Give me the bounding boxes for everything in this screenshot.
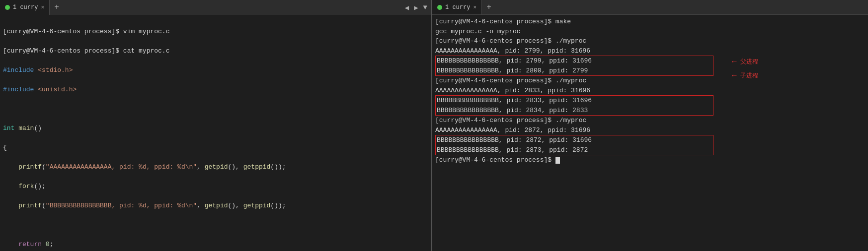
- left-terminal: [curry@VM-4-6-centos process]$ vim mypro…: [0, 15, 431, 251]
- left-line-6: int main(): [3, 124, 428, 133]
- right-line-12: AAAAAAAAAAAAAAAA, pid: 2872, ppid: 31696: [435, 126, 865, 135]
- right-tab-dot: [437, 5, 442, 10]
- left-line-9: fork();: [3, 182, 428, 191]
- left-tab-bar: 1 curry × + ◀ ▶ ▼: [0, 0, 431, 15]
- right-terminal: [curry@VM-4-6-centos process]$ make gcc …: [432, 15, 868, 251]
- right-line-11: [curry@VM-4-6-centos process]$ ./myproc: [435, 116, 865, 126]
- left-line-4: #include <unistd.h>: [3, 85, 428, 95]
- left-line-2: [curry@VM-4-6-centos process]$ cat mypro…: [3, 46, 428, 56]
- left-tab-nav-dropdown[interactable]: ▼: [421, 2, 429, 12]
- left-line-8: printf("AAAAAAAAAAAAAAAA, pid: %d, ppid:…: [3, 162, 428, 172]
- right-line-14: BBBBBBBBBBBBBBBB, pid: 2873, ppid: 2872: [437, 145, 712, 155]
- left-tab-label: 1 curry: [13, 4, 38, 11]
- right-tab-close[interactable]: ×: [473, 4, 476, 10]
- right-line-15: [curry@VM-4-6-centos process]$: [435, 155, 865, 165]
- left-line-7: {: [3, 143, 428, 153]
- left-tab-nav-prev[interactable]: ◀: [403, 2, 411, 13]
- right-line-8: AAAAAAAAAAAAAAAA, pid: 2833, ppid: 31696: [435, 86, 865, 96]
- left-line-12: return 0;: [3, 240, 428, 250]
- right-line-3: [curry@VM-4-6-centos process]$ ./myproc: [435, 36, 865, 46]
- right-line-9: BBBBBBBBBBBBBBBB, pid: 2833, ppid: 31696: [437, 96, 712, 106]
- right-tab-label: 1 curry: [445, 4, 470, 11]
- parent-annotation: ← 父进程: [730, 56, 758, 67]
- right-cursor: [555, 157, 560, 164]
- right-line-13: BBBBBBBBBBBBBBBB, pid: 2872, ppid: 31696: [437, 135, 712, 145]
- right-line-10: BBBBBBBBBBBBBBBB, pid: 2834, ppid: 2833: [437, 106, 712, 116]
- right-tab-curry[interactable]: 1 curry ×: [432, 0, 482, 14]
- annotation-block-1: ← 父进程 ← 子进程: [730, 56, 758, 81]
- right-line-5: BBBBBBBBBBBBBBBB, pid: 2799, ppid: 31696: [437, 56, 712, 66]
- left-tab-add[interactable]: +: [50, 0, 64, 15]
- right-line-1: [curry@VM-4-6-centos process]$ make: [435, 17, 865, 27]
- left-line-11: [3, 220, 428, 230]
- first-run-boxed: BBBBBBBBBBBBBBBB, pid: 2799, ppid: 31696…: [435, 56, 713, 76]
- left-tab-nav-next[interactable]: ▶: [412, 2, 420, 13]
- left-line-1: [curry@VM-4-6-centos process]$ vim mypro…: [3, 27, 428, 37]
- left-tab-dot: [5, 5, 10, 10]
- parent-arrow: ←: [730, 56, 738, 67]
- left-line-5: [3, 104, 428, 114]
- right-tab-bar: 1 curry × +: [432, 0, 868, 15]
- left-line-3: #include <stdio.h>: [3, 65, 428, 75]
- right-line-4: AAAAAAAAAAAAAAAA, pid: 2799, ppid: 31696: [435, 46, 865, 56]
- right-line-7: [curry@VM-4-6-centos process]$ ./myproc: [435, 76, 865, 86]
- first-run-box: BBBBBBBBBBBBBBBB, pid: 2799, ppid: 31696…: [435, 56, 713, 76]
- child-arrow: ←: [730, 69, 738, 81]
- right-tab-add[interactable]: +: [482, 0, 496, 14]
- right-line-2: gcc myproc.c -o myproc: [435, 27, 865, 37]
- child-annotation: ← 子进程: [730, 69, 758, 81]
- left-line-10: printf("BBBBBBBBBBBBBBBB, pid: %d, ppid:…: [3, 201, 428, 211]
- left-tab-nav: ◀ ▶ ▼: [403, 2, 431, 13]
- right-line-6: BBBBBBBBBBBBBBBB, pid: 2800, ppid: 2799: [437, 66, 712, 76]
- parent-label: 父进程: [740, 57, 758, 66]
- second-run-boxed: BBBBBBBBBBBBBBBB, pid: 2833, ppid: 31696…: [435, 95, 713, 116]
- left-tab-close[interactable]: ×: [41, 4, 44, 10]
- left-tab-curry[interactable]: 1 curry ×: [0, 0, 50, 15]
- third-run-boxed: BBBBBBBBBBBBBBBB, pid: 2872, ppid: 31696…: [435, 135, 713, 155]
- child-label: 子进程: [740, 71, 758, 80]
